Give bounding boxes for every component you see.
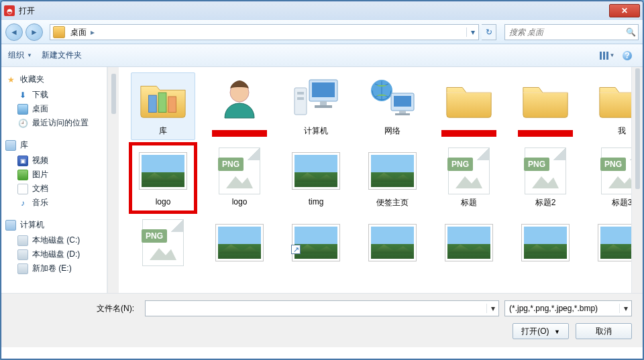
- address-bar[interactable]: 桌面 ▸ ▾: [50, 24, 479, 40]
- filetype-combo[interactable]: (*.jpg,*.png,*.jpeg,*.bmp) ▾: [504, 300, 632, 316]
- file-item[interactable]: 库: [131, 72, 195, 140]
- sidebar-item-label: 新加卷 (E:): [32, 263, 72, 274]
- file-item[interactable]: [207, 72, 272, 140]
- sidebar-libraries: 库 ▣视频 图片 文档 ♪音乐: [5, 139, 103, 210]
- file-item-label: 标题3: [593, 197, 631, 208]
- file-item[interactable]: [590, 216, 631, 272]
- grid-scrollbar[interactable]: [631, 67, 643, 293]
- organize-label: 组织: [8, 50, 24, 61]
- file-item[interactable]: [360, 216, 425, 272]
- sidebar-item-videos[interactable]: ▣视频: [5, 154, 103, 168]
- scrollbar-thumb[interactable]: [635, 68, 640, 189]
- filename-label: 文件名(N):: [12, 303, 140, 314]
- photo-thumb: [287, 219, 345, 266]
- search-icon[interactable]: 🔍: [623, 27, 638, 37]
- sidebar-item-disk-d[interactable]: 本地磁盘 (D:): [5, 247, 103, 261]
- organize-menu[interactable]: 组织 ▼: [8, 50, 32, 61]
- refresh-icon: ↻: [486, 27, 492, 37]
- desktop-icon: [17, 104, 28, 115]
- recent-icon: 🕘: [17, 118, 28, 129]
- chevron-down-icon: ▼: [27, 52, 32, 58]
- photo-thumb: [134, 147, 192, 194]
- document-icon: [17, 184, 28, 194]
- sidebar-head-label: 计算机: [20, 219, 44, 231]
- file-item[interactable]: ↗: [284, 216, 348, 272]
- file-item[interactable]: 我: [590, 72, 631, 140]
- sidebar-head-favorites[interactable]: ★ 收藏夹: [5, 74, 103, 85]
- file-item-label: 计算机: [287, 125, 345, 137]
- star-icon: ★: [5, 74, 16, 85]
- forward-button[interactable]: ►: [25, 23, 43, 41]
- sidebar-item-downloads[interactable]: ⬇下载: [5, 88, 103, 102]
- video-icon: ▣: [17, 156, 28, 166]
- search-input[interactable]: [505, 27, 623, 37]
- file-item[interactable]: 便签主页: [360, 144, 425, 212]
- file-item[interactable]: PNGlogo: [207, 144, 272, 212]
- sidebar-item-documents[interactable]: 文档: [5, 182, 103, 196]
- breadcrumb-arrow-icon[interactable]: ▸: [89, 27, 96, 37]
- sidebar-item-label: 文档: [32, 183, 48, 194]
- chevron-down-icon[interactable]: ▾: [486, 304, 498, 313]
- location-folder-icon: [53, 26, 65, 38]
- sidebar-head-computer[interactable]: 计算机: [5, 219, 103, 231]
- file-item[interactable]: [207, 216, 272, 272]
- split-arrow-icon: ▼: [554, 328, 560, 335]
- file-item[interactable]: 计算机: [284, 72, 348, 140]
- refresh-button[interactable]: ↻: [482, 24, 496, 40]
- open-button[interactable]: 打开(O) ▼: [513, 323, 569, 339]
- breadcrumb-root[interactable]: 桌面: [68, 27, 89, 38]
- file-item[interactable]: PNG: [131, 216, 195, 272]
- chevron-down-icon[interactable]: ▾: [619, 304, 631, 313]
- svg-rect-5: [312, 82, 335, 97]
- app-icon: ◓: [4, 5, 15, 16]
- sidebar-item-recent[interactable]: 🕘最近访问的位置: [5, 116, 103, 130]
- file-grid: 库 计算机网络 我 logoPNGlogotimg便签主页PNG标题PNG标题2…: [119, 67, 631, 293]
- cancel-button[interactable]: 取消: [576, 323, 632, 339]
- sidebar-item-music[interactable]: ♪音乐: [5, 196, 103, 210]
- svg-rect-2: [168, 97, 176, 112]
- sidebar-head-libraries[interactable]: 库: [5, 139, 103, 151]
- sidebar-item-desktop[interactable]: 桌面: [5, 102, 103, 116]
- view-options-button[interactable]: ▼: [598, 48, 616, 63]
- file-item[interactable]: PNG标题3: [590, 144, 631, 212]
- sidebar-item-label: 视频: [32, 155, 48, 166]
- sidebar-scrollbar[interactable]: [107, 67, 119, 293]
- file-item[interactable]: PNG标题2: [513, 144, 578, 212]
- file-item[interactable]: 网络: [360, 72, 425, 140]
- back-button[interactable]: ◄: [5, 23, 23, 41]
- address-dropdown[interactable]: ▾: [466, 27, 478, 37]
- png-thumb: PNG: [440, 147, 498, 194]
- sidebar-item-disk-e[interactable]: 新加卷 (E:): [5, 261, 103, 276]
- file-item[interactable]: timg: [284, 144, 348, 212]
- png-thumb: PNG: [593, 147, 631, 194]
- filename-input[interactable]: [146, 304, 486, 313]
- scrollbar-thumb[interactable]: [111, 74, 116, 114]
- file-item[interactable]: logo: [131, 144, 195, 212]
- file-item[interactable]: [437, 72, 501, 140]
- new-folder-label: 新建文件夹: [42, 50, 82, 61]
- file-item-label: 便签主页: [364, 197, 421, 208]
- window-title: 打开: [19, 5, 35, 17]
- file-item[interactable]: [437, 216, 501, 272]
- new-folder-button[interactable]: 新建文件夹: [42, 50, 82, 61]
- open-file-dialog: ◓ 打开 ✕ ◄ ► 桌面 ▸ ▾ ↻ 🔍 组织 ▼ 新建文件夹: [1, 1, 643, 359]
- toolbar: 组织 ▼ 新建文件夹 ▼ ?: [1, 44, 643, 67]
- arrow-right-icon: ►: [30, 27, 38, 37]
- svg-rect-10: [297, 97, 304, 100]
- filename-combo[interactable]: ▾: [145, 300, 499, 316]
- sidebar-item-label: 音乐: [32, 197, 48, 208]
- file-item[interactable]: PNG标题: [437, 144, 501, 212]
- svg-rect-1: [158, 93, 166, 112]
- file-item-label: 标题: [440, 197, 498, 208]
- close-icon: ✕: [621, 6, 628, 15]
- sidebar-item-disk-c[interactable]: 本地磁盘 (C:): [5, 233, 103, 247]
- search-box[interactable]: 🔍: [504, 24, 639, 40]
- help-button[interactable]: ?: [619, 48, 636, 63]
- file-item[interactable]: [513, 72, 578, 140]
- shortcut-overlay-icon: ↗: [291, 245, 301, 254]
- computer-icon: [5, 220, 16, 231]
- close-button[interactable]: ✕: [609, 4, 640, 17]
- sidebar-item-pictures[interactable]: 图片: [5, 168, 103, 182]
- file-item[interactable]: [513, 216, 578, 272]
- help-icon: ?: [623, 51, 632, 60]
